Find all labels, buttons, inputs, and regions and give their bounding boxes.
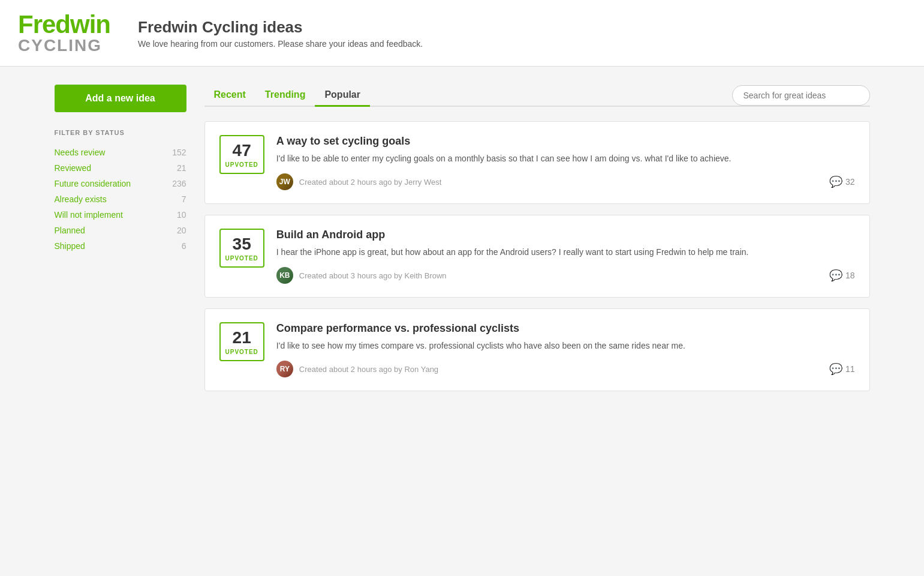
idea-body-0: A way to set cycling goals I'd like to b… [276,135,855,190]
filter-item-count: 6 [182,241,186,251]
comment-count-1: 18 [845,271,855,280]
idea-comments-2: 💬 11 [829,362,855,376]
vote-label-2: UPVOTED [225,349,258,355]
idea-body-2: Compare performance vs. professional cyc… [276,322,855,377]
idea-meta-1: KB Created about 3 hours ago by Keith Br… [276,267,855,284]
idea-title-0: A way to set cycling goals [276,135,855,148]
filter-item[interactable]: Already exists 7 [55,191,186,207]
logo: Fredwin CYCLING [18,12,114,54]
content-area: RecentTrendingPopular 47 UPVOTED A way t… [204,85,870,402]
filter-title: FILTER BY STATUS [55,129,186,136]
tabs-bar: RecentTrendingPopular [204,85,870,107]
comment-count-2: 11 [845,364,855,374]
filter-item-label[interactable]: Will not implement [55,210,123,220]
idea-meta-0: JW Created about 2 hours ago by Jerry We… [276,173,855,190]
vote-box-0[interactable]: 47 UPVOTED [219,135,264,174]
idea-card-1: 35 UPVOTED Build an Android app I hear t… [204,215,870,298]
idea-comments-1: 💬 18 [829,269,855,282]
vote-number-1: 35 [233,236,251,253]
filter-list: Needs review 152 Reviewed 21 Future cons… [55,145,186,254]
filter-item[interactable]: Future consideration 236 [55,176,186,191]
idea-created-2: Created about 2 hours ago by Ron Yang [299,365,438,374]
filter-item-label[interactable]: Shipped [55,241,85,251]
filter-item[interactable]: Needs review 152 [55,145,186,160]
idea-title-1: Build an Android app [276,229,855,241]
idea-desc-0: I'd like to be able to enter my cycling … [276,152,855,165]
vote-label-1: UPVOTED [225,255,258,262]
comment-count-0: 32 [845,177,855,187]
avatar-2: RY [276,361,293,377]
filter-item[interactable]: Planned 20 [55,223,186,238]
filter-item-label[interactable]: Needs review [55,148,106,157]
filter-item[interactable]: Reviewed 21 [55,160,186,176]
main-container: Add a new idea FILTER BY STATUS Needs re… [43,67,882,420]
comment-icon-0: 💬 [829,175,842,188]
idea-body-1: Build an Android app I hear the iPhone a… [276,229,855,284]
logo-fredwin: Fredwin [18,12,114,37]
filter-item-label[interactable]: Reviewed [55,163,91,173]
avatar-1: KB [276,267,293,284]
filter-item-count: 20 [177,226,186,235]
vote-number-0: 47 [233,142,251,159]
vote-number-2: 21 [233,329,251,346]
avatar-0: JW [276,173,293,190]
filter-item-label[interactable]: Already exists [55,194,107,204]
filter-item-count: 152 [172,148,186,157]
tab-popular[interactable]: Popular [315,85,370,107]
search-input[interactable] [732,85,870,106]
logo-cycling: CYCLING [18,37,114,54]
comment-icon-1: 💬 [829,269,842,282]
comment-icon-2: 💬 [829,362,842,376]
idea-card-2: 21 UPVOTED Compare performance vs. profe… [204,308,870,391]
page-subtitle: We love hearing from our customers. Plea… [138,39,423,49]
tab-trending[interactable]: Trending [255,85,315,107]
idea-created-0: Created about 2 hours ago by Jerry West [299,178,442,187]
filter-item[interactable]: Shipped 6 [55,238,186,254]
tab-recent[interactable]: Recent [204,85,255,107]
idea-comments-0: 💬 32 [829,175,855,188]
idea-desc-2: I'd like to see how my times compare vs.… [276,340,855,352]
filter-item-count: 7 [182,194,186,204]
page-title: Fredwin Cycling ideas [138,18,423,37]
idea-title-2: Compare performance vs. professional cyc… [276,322,855,335]
idea-meta-2: RY Created about 2 hours ago by Ron Yang… [276,361,855,377]
idea-created-1: Created about 3 hours ago by Keith Brown [299,271,447,280]
filter-item-label[interactable]: Planned [55,226,85,235]
site-header: Fredwin CYCLING Fredwin Cycling ideas We… [0,0,924,67]
add-idea-button[interactable]: Add a new idea [55,85,186,112]
vote-box-2[interactable]: 21 UPVOTED [219,322,264,361]
filter-item-count: 21 [177,163,186,173]
idea-desc-1: I hear the iPhone app is great, but how … [276,246,855,259]
filter-item-count: 236 [172,179,186,188]
header-text: Fredwin Cycling ideas We love hearing fr… [138,18,423,49]
vote-box-1[interactable]: 35 UPVOTED [219,229,264,268]
ideas-list: 47 UPVOTED A way to set cycling goals I'… [204,121,870,391]
sidebar: Add a new idea FILTER BY STATUS Needs re… [55,85,186,402]
filter-item[interactable]: Will not implement 10 [55,207,186,223]
tabs-container: RecentTrendingPopular [204,85,370,106]
vote-label-0: UPVOTED [225,161,258,168]
filter-item-count: 10 [177,210,186,220]
idea-card-0: 47 UPVOTED A way to set cycling goals I'… [204,121,870,204]
filter-item-label[interactable]: Future consideration [55,179,131,188]
search-wrap[interactable] [732,85,870,106]
